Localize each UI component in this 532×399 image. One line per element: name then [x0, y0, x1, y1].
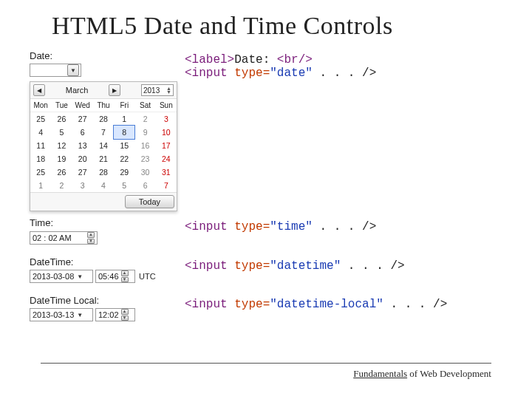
cal-day[interactable]: 30: [134, 166, 155, 179]
code-time: <input type="time" . . . />: [185, 217, 502, 233]
dow: Fri: [114, 99, 134, 112]
datetime-label: DateTime:: [30, 256, 185, 267]
cal-day[interactable]: 27: [72, 112, 93, 126]
cal-day[interactable]: 1: [114, 112, 134, 126]
cal-day[interactable]: 3: [72, 179, 93, 192]
time-spinner[interactable]: ▲▼: [87, 232, 95, 244]
cal-day[interactable]: 5: [51, 126, 72, 139]
cal-day[interactable]: 22: [114, 152, 134, 166]
cal-day[interactable]: 23: [134, 152, 155, 166]
cal-day[interactable]: 24: [156, 152, 177, 166]
cal-day[interactable]: 13: [72, 139, 93, 152]
utc-label: UTC: [139, 272, 156, 281]
time-value: 02 : 02 AM: [33, 233, 72, 242]
cal-day[interactable]: 15: [114, 139, 134, 152]
cal-day[interactable]: 11: [30, 139, 51, 152]
code-date: <label>Date: <br/> <input type="date" . …: [185, 50, 502, 80]
calendar-popup: ◀ March ▶ 2013 ▲▼ Mon Tue Wed Thu Fri Sa…: [30, 81, 177, 211]
cal-day[interactable]: 4: [30, 126, 51, 139]
cal-day[interactable]: 25: [30, 112, 51, 126]
cal-day-selected[interactable]: 8: [114, 126, 134, 139]
datetimelocal-time-input[interactable]: 12:02▲▼: [95, 308, 135, 321]
cal-day[interactable]: 12: [51, 139, 72, 152]
dow: Wed: [72, 99, 93, 112]
cal-day[interactable]: 2: [134, 112, 155, 126]
cal-day[interactable]: 14: [93, 139, 114, 152]
cal-day[interactable]: 25: [30, 166, 51, 179]
prev-month-button[interactable]: ◀: [33, 84, 45, 96]
dow: Sun: [156, 99, 177, 112]
cal-day[interactable]: 16: [134, 139, 155, 152]
date-label: Date:: [30, 50, 185, 61]
calendar-month: March: [66, 86, 89, 95]
cal-day[interactable]: 7: [156, 179, 177, 192]
dow: Tue: [51, 99, 72, 112]
chevron-down-icon[interactable]: ▼: [67, 64, 79, 76]
cal-day[interactable]: 26: [51, 166, 72, 179]
cal-day[interactable]: 28: [93, 166, 114, 179]
datetimelocal-label: DateTime Local:: [30, 295, 185, 306]
cal-day[interactable]: 26: [51, 112, 72, 126]
dow: Sat: [134, 99, 155, 112]
datetime-time-input[interactable]: 05:46▲▼: [95, 270, 135, 283]
spinner-icon[interactable]: ▲▼: [121, 309, 129, 321]
spinner-icon[interactable]: ▲▼: [121, 270, 129, 282]
cal-day[interactable]: 19: [51, 152, 72, 166]
cal-day[interactable]: 20: [72, 152, 93, 166]
time-input[interactable]: 02 : 02 AM ▲▼: [30, 231, 98, 245]
cal-day[interactable]: 2: [51, 179, 72, 192]
dow: Thu: [93, 99, 114, 112]
code-datetimelocal: <input type="datetime-local" . . . />: [185, 295, 502, 311]
cal-day[interactable]: 1: [30, 179, 51, 192]
cal-day[interactable]: 7: [93, 126, 114, 139]
date-row: Date: ▼ ◀ March ▶ 2013 ▲▼ Mon Tue Wed: [30, 50, 502, 211]
cal-day[interactable]: 21: [93, 152, 114, 166]
cal-day[interactable]: 18: [30, 152, 51, 166]
cal-day[interactable]: 6: [72, 126, 93, 139]
datetime-date-input[interactable]: 2013-03-08▼: [30, 270, 93, 283]
dow: Mon: [30, 99, 51, 112]
footer-text: Fundamentals of Web Development: [353, 368, 491, 380]
date-input[interactable]: ▼: [30, 64, 81, 77]
datetimelocal-date-input[interactable]: 2013-03-13▼: [30, 308, 93, 321]
datetimelocal-row: DateTime Local: 2013-03-13▼ 12:02▲▼ <inp…: [30, 295, 502, 321]
time-row: Time: 02 : 02 AM ▲▼ <input type="time" .…: [30, 217, 502, 245]
calendar-year[interactable]: 2013 ▲▼: [141, 84, 174, 96]
time-label: Time:: [30, 217, 185, 228]
cal-day[interactable]: 31: [156, 166, 177, 179]
slide-title: HTML5 Date and Time Controls: [52, 12, 502, 40]
calendar-year-value: 2013: [143, 86, 160, 95]
cal-day[interactable]: 27: [72, 166, 93, 179]
datetime-row: DateTime: 2013-03-08▼ 05:46▲▼ UTC <input…: [30, 256, 502, 283]
cal-day[interactable]: 28: [93, 112, 114, 126]
code-datetime: <input type="datetime" . . . />: [185, 256, 502, 273]
cal-day[interactable]: 4: [93, 179, 114, 192]
footer-divider: [41, 363, 491, 364]
cal-day[interactable]: 10: [156, 126, 177, 139]
cal-day[interactable]: 29: [114, 166, 134, 179]
cal-day[interactable]: 5: [114, 179, 134, 192]
cal-day[interactable]: 6: [134, 179, 155, 192]
next-month-button[interactable]: ▶: [109, 84, 120, 96]
cal-day[interactable]: 9: [134, 126, 155, 139]
cal-day[interactable]: 3: [156, 112, 177, 126]
cal-day[interactable]: 17: [156, 139, 177, 152]
today-button[interactable]: Today: [125, 195, 174, 208]
